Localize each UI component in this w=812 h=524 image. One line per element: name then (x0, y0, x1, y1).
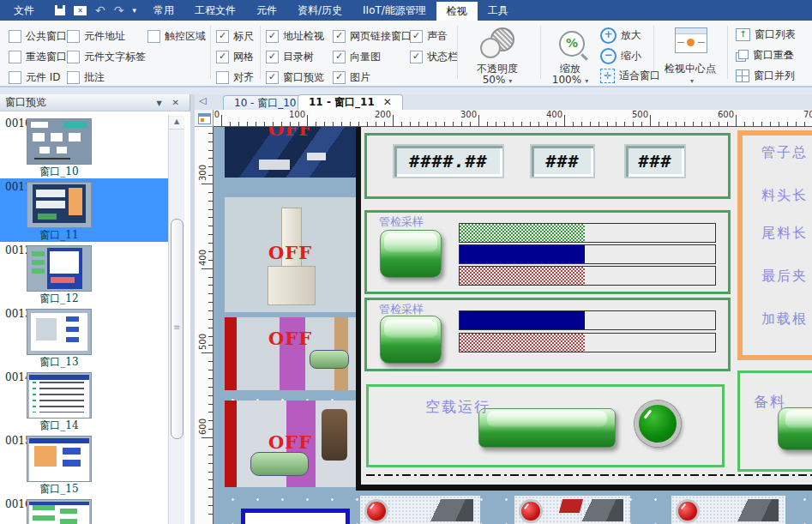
menu-tab[interactable]: 工程文件 (184, 0, 246, 21)
window-tile-button[interactable]: 窗口并列 (736, 69, 795, 83)
numeric-display[interactable]: ####.## (393, 144, 504, 178)
checkbox-icon[interactable] (67, 51, 80, 63)
checkbox-icon[interactable] (216, 51, 229, 63)
ribbon-checkbox[interactable]: 图片 (333, 67, 412, 87)
ribbon-checkbox[interactable]: 状态栏 (410, 46, 458, 67)
ruler-corner-toggle[interactable] (195, 110, 214, 127)
opacity-value[interactable]: 50% (463, 74, 532, 86)
ribbon-checkbox[interactable]: 对齐 (216, 67, 254, 87)
sample-button[interactable] (380, 316, 442, 364)
bottom-machine-image-1[interactable] (360, 496, 480, 524)
machine-image-3[interactable]: OFF (225, 317, 356, 390)
menu-tab[interactable]: IIoT/能源管理 (352, 0, 436, 21)
view-center-dropdown[interactable] (659, 74, 722, 86)
menu-tab[interactable]: 常用 (143, 0, 184, 21)
ribbon-checkbox[interactable]: 网页链接窗口 (333, 26, 412, 46)
machine-image-2[interactable]: OFF (225, 197, 356, 312)
status-indicator-lamp[interactable] (635, 401, 681, 447)
bottom-machine-image-3[interactable] (671, 496, 785, 524)
checkbox-icon[interactable] (333, 71, 346, 84)
checkbox-icon[interactable] (266, 51, 279, 63)
checkbox-icon[interactable] (333, 30, 346, 43)
save-icon[interactable] (55, 5, 65, 15)
scrollbar-thumb[interactable] (171, 219, 183, 439)
checkbox-icon[interactable] (333, 51, 346, 63)
window-thumbnail[interactable] (27, 499, 92, 524)
menu-tab[interactable]: 资料/历史 (287, 0, 352, 21)
view-center-icon[interactable] (675, 27, 707, 53)
checkbox-icon[interactable] (266, 30, 279, 43)
ribbon-checkbox[interactable]: 目录树 (266, 46, 324, 67)
idle-run-button[interactable] (478, 408, 616, 448)
window-thumbnail[interactable] (27, 245, 92, 292)
checkbox-icon[interactable] (410, 30, 423, 43)
window-cascade-button[interactable]: 窗口重叠 (736, 48, 794, 63)
checkbox-icon[interactable] (9, 71, 21, 84)
window-preview-item[interactable]: 0010窗口_10 (0, 115, 168, 178)
ribbon-checkbox[interactable]: 重选窗口 (9, 46, 67, 67)
menu-tab[interactable]: 元件 (246, 0, 287, 21)
window-list-button[interactable]: 窗口列表 (736, 27, 796, 42)
ribbon-checkbox[interactable]: 向量图 (333, 46, 412, 67)
ribbon-checkbox[interactable]: 声音 (410, 26, 458, 46)
checkbox-icon[interactable] (216, 30, 229, 43)
ribbon-checkbox[interactable]: 标尺 (216, 26, 254, 46)
ribbon-checkbox[interactable]: 元件 ID (9, 67, 67, 87)
tab-close-icon[interactable] (383, 96, 392, 108)
window-thumbnail[interactable] (27, 309, 92, 355)
panel-close-icon[interactable] (167, 98, 184, 107)
window-thumbnail[interactable] (27, 182, 92, 228)
ribbon-checkbox[interactable]: 批注 (67, 67, 146, 87)
sample-button[interactable] (380, 230, 442, 278)
ribbon-checkbox[interactable]: 窗口预览 (266, 67, 324, 87)
preview-scrollbar[interactable] (168, 115, 184, 524)
window-preview-item[interactable]: 0012窗口_12 (0, 242, 168, 305)
window-thumbnail[interactable] (27, 436, 92, 482)
zoom-out-button[interactable]: 缩小 (600, 48, 641, 64)
numeric-display[interactable]: ### (530, 144, 595, 178)
checkbox-icon[interactable] (216, 71, 229, 84)
document-tab-10[interactable]: 10 - 窗口_10 (223, 95, 308, 111)
ribbon-checkbox[interactable]: 元件文字标签 (67, 46, 146, 67)
window-preview-item[interactable]: 0015窗口_15 (0, 432, 168, 496)
prepare-button[interactable] (778, 407, 812, 450)
export-icon[interactable] (74, 6, 87, 15)
checkbox-icon[interactable] (67, 71, 80, 84)
checkbox-icon[interactable] (9, 30, 21, 43)
checkbox-icon[interactable] (67, 30, 80, 43)
window-thumbnail[interactable] (27, 118, 92, 165)
panel-dropdown-icon[interactable] (151, 98, 166, 107)
ribbon-checkbox[interactable]: 地址检视 (266, 26, 324, 46)
zoom-in-button[interactable]: 放大 (600, 27, 641, 44)
window-preview-item[interactable]: 0014窗口_14 (0, 369, 168, 432)
ribbon-checkbox[interactable]: 触控区域 (147, 26, 206, 46)
blue-frame-widget[interactable] (241, 509, 350, 524)
opacity-icon[interactable] (478, 27, 516, 58)
window-preview-item[interactable]: 0011窗口_11 (0, 178, 168, 242)
window-thumbnail[interactable] (27, 372, 92, 419)
window-preview-item[interactable]: 0016 (0, 496, 168, 524)
design-canvas[interactable]: OFF OFF OFF OFF ####.## ### ### 管检采样 管检采… (214, 127, 812, 524)
scroll-up-icon[interactable] (169, 115, 184, 129)
tab-scroll-left-icon[interactable] (199, 95, 206, 106)
zoom-value[interactable]: 100% (549, 74, 592, 86)
redo-icon[interactable] (114, 0, 124, 21)
fit-window-button[interactable]: 适合窗口 (600, 69, 660, 83)
ribbon-checkbox[interactable]: 公共窗口 (9, 26, 67, 46)
undo-icon[interactable] (95, 0, 105, 21)
checkbox-icon[interactable] (9, 51, 21, 63)
checkbox-icon[interactable] (410, 51, 423, 63)
window-preview-item[interactable]: 0013窗口_13 (0, 305, 168, 369)
toolbar-dropdown-icon[interactable] (132, 0, 136, 21)
bottom-machine-image-2[interactable] (514, 496, 630, 524)
ribbon-checkbox[interactable]: 元件地址 (67, 26, 146, 46)
zoom-percent-icon[interactable]: % (559, 31, 585, 57)
ribbon-checkbox[interactable]: 网格 (216, 46, 254, 67)
checkbox-icon[interactable] (266, 71, 279, 84)
checkbox-icon[interactable] (147, 30, 160, 43)
document-tab-11[interactable]: 11 - 窗口_11 (298, 94, 403, 111)
menu-tab[interactable]: 工具 (478, 0, 519, 21)
menu-tab[interactable]: 检视 (436, 2, 478, 21)
file-menu-button[interactable]: 文件 (0, 0, 48, 21)
machine-image-1[interactable]: OFF (225, 127, 356, 178)
